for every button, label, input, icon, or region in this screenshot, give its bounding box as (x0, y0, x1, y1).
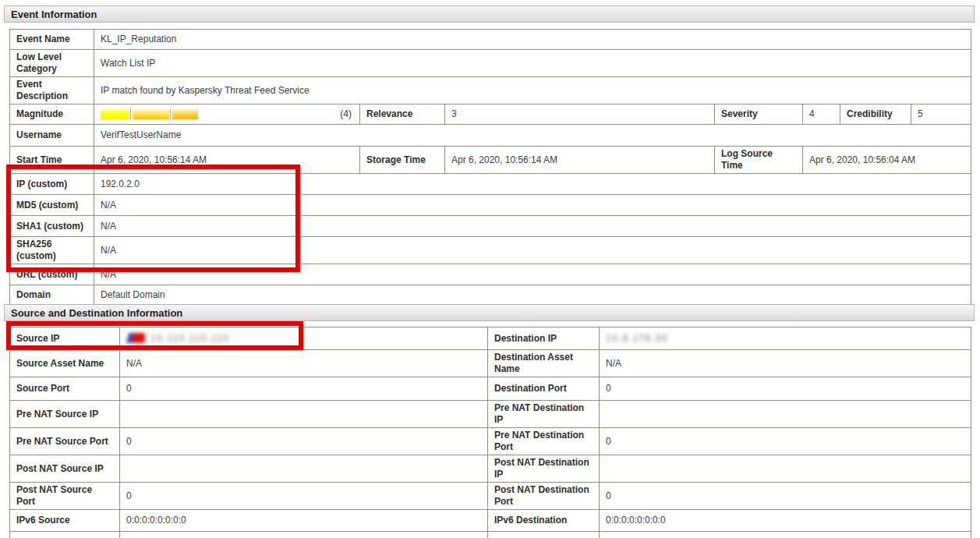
table-row: SHA256 (custom) N/A (10, 237, 971, 264)
source-ip-label: Source IP (10, 327, 120, 350)
source-port-value: 0 (120, 377, 488, 401)
domain-value: Default Domain (94, 285, 971, 306)
storage-time-value: Apr 6, 2020, 10:56:14 AM (445, 147, 715, 174)
username-value: VerifTestUserName (94, 125, 971, 147)
pre-nat-source-port-value: 0 (120, 428, 488, 455)
pre-nat-source-ip-value (120, 401, 488, 428)
event-description-label: Event Description (10, 77, 94, 104)
destination-ip-value: 10.8.178.30 (600, 327, 971, 350)
username-label: Username (10, 125, 94, 147)
magnitude-bar-separator (130, 108, 131, 120)
ip-custom-value: 192.0.2.0 (94, 174, 971, 195)
post-nat-source-port-value: 0 (120, 483, 488, 510)
destination-mac-value: 00:00:00:00:00:00 (600, 532, 971, 538)
event-information-table: Event Name KL_IP_Reputation Low Level Ca… (9, 29, 971, 306)
sha256-custom-value: N/A (94, 237, 971, 264)
source-ip-row: Source IP 10.110.110.110 Destination IP … (10, 327, 971, 350)
magnitude-bar-segment (101, 109, 129, 119)
post-nat-source-ip-value (120, 455, 488, 483)
magnitude-row: Magnitude (4) Relevance 3 Severity 4 Cre… (10, 104, 971, 125)
magnitude-cell: (4) (94, 104, 360, 125)
start-time-value: Apr 6, 2020, 10:56:14 AM (94, 147, 360, 174)
source-destination-table: Source IP 10.110.110.110 Destination IP … (9, 327, 971, 538)
sha1-custom-label: SHA1 (custom) (10, 216, 94, 237)
pre-nat-port-row: Pre NAT Source Port 0 Pre NAT Destinatio… (10, 428, 971, 455)
url-custom-label: URL (custom) (10, 264, 94, 285)
md5-custom-value: N/A (94, 195, 971, 216)
pre-nat-source-port-label: Pre NAT Source Port (10, 428, 120, 455)
source-destination-header: Source and Destination Information (4, 304, 975, 321)
destination-asset-name-value: N/A (600, 350, 971, 377)
table-row: Domain Default Domain (10, 285, 971, 306)
table-row: MD5 (custom) N/A (10, 195, 971, 216)
event-information-header: Event Information (4, 5, 975, 23)
severity-label: Severity (715, 104, 803, 125)
sha256-custom-label: SHA256 (custom) (10, 237, 94, 264)
event-name-value: KL_IP_Reputation (94, 30, 971, 50)
asset-name-row: Source Asset Name N/A Destination Asset … (10, 350, 971, 377)
event-information-title: Event Information (11, 9, 97, 20)
port-row: Source Port 0 Destination Port 0 (10, 377, 971, 401)
ipv6-destination-value: 0:0:0:0:0:0:0:0 (600, 510, 971, 532)
destination-asset-name-label: Destination Asset Name (488, 350, 600, 377)
ip-custom-label: IP (custom) (10, 174, 94, 195)
pre-nat-ip-row: Pre NAT Source IP Pre NAT Destination IP (10, 401, 971, 428)
low-level-category-value: Watch List IP (94, 50, 971, 77)
post-nat-ip-row: Post NAT Source IP Post NAT Destination … (10, 455, 971, 483)
destination-mac-label: Destination MAC (488, 532, 600, 538)
log-source-time-label: Log Source Time (715, 147, 803, 174)
post-nat-destination-ip-label: Post NAT Destination IP (488, 455, 600, 483)
post-nat-source-ip-label: Post NAT Source IP (10, 455, 120, 483)
md5-custom-label: MD5 (custom) (10, 195, 94, 216)
storage-time-label: Storage Time (360, 147, 445, 174)
magnitude-bar-separator (170, 108, 171, 120)
source-ip-redacted-text: 10.110.110.110 (150, 333, 230, 344)
source-asset-name-label: Source Asset Name (10, 350, 120, 377)
table-row: Low Level Category Watch List IP (10, 50, 971, 77)
table-row: Username VerifTestUserName (10, 125, 971, 147)
table-row: URL (custom) N/A (10, 264, 971, 285)
ipv6-row: IPv6 Source 0:0:0:0:0:0:0:0 IPv6 Destina… (10, 510, 971, 532)
post-nat-destination-port-value: 0 (600, 483, 971, 510)
source-asset-name-value: N/A (120, 350, 488, 377)
relevance-value: 3 (445, 104, 715, 125)
magnitude-bar (101, 108, 198, 120)
source-mac-label: Source MAC (10, 532, 120, 538)
magnitude-bar-segment (172, 109, 198, 119)
destination-ip-redacted-text: 10.8.178.30 (606, 333, 668, 344)
event-name-label: Event Name (10, 30, 94, 50)
table-row: Event Description IP match found by Kasp… (10, 77, 971, 104)
pre-nat-destination-ip-value (600, 401, 971, 428)
mac-row: Source MAC 00:00:00:00:00:00 Destination… (10, 532, 971, 538)
destination-port-label: Destination Port (488, 377, 600, 401)
source-destination-title: Source and Destination Information (11, 307, 182, 319)
magnitude-value: (4) (340, 108, 353, 120)
ipv6-source-value: 0:0:0:0:0:0:0:0 (120, 510, 488, 532)
pre-nat-destination-ip-label: Pre NAT Destination IP (488, 401, 600, 428)
relevance-label: Relevance (360, 104, 445, 125)
url-custom-value: N/A (94, 264, 971, 285)
event-details-page: { "colors": { "highlight_red": "#e60000"… (0, 0, 980, 538)
low-level-category-label: Low Level Category (10, 50, 94, 77)
event-description-value: IP match found by Kaspersky Threat Feed … (94, 77, 971, 104)
ipv6-destination-label: IPv6 Destination (488, 510, 600, 532)
pre-nat-destination-port-label: Pre NAT Destination Port (488, 428, 600, 455)
destination-ip-label: Destination IP (488, 327, 600, 350)
source-flag-icon (126, 333, 145, 343)
destination-port-value: 0 (600, 377, 971, 401)
post-nat-port-row: Post NAT Source Port 0 Post NAT Destinat… (10, 483, 971, 510)
pre-nat-source-ip-label: Pre NAT Source IP (10, 401, 120, 428)
start-time-label: Start Time (10, 147, 94, 174)
domain-label: Domain (10, 285, 94, 306)
post-nat-source-port-label: Post NAT Source Port (10, 483, 120, 510)
credibility-value: 5 (911, 104, 971, 125)
ipv6-source-label: IPv6 Source (10, 510, 120, 532)
source-port-label: Source Port (10, 377, 120, 401)
pre-nat-destination-port-value: 0 (600, 428, 971, 455)
table-row: Event Name KL_IP_Reputation (10, 30, 971, 50)
credibility-label: Credibility (840, 104, 911, 125)
log-source-time-value: Apr 6, 2020, 10:56:04 AM (803, 147, 971, 174)
post-nat-destination-ip-value (600, 455, 971, 483)
time-row: Start Time Apr 6, 2020, 10:56:14 AM Stor… (10, 147, 971, 174)
table-row: SHA1 (custom) N/A (10, 216, 971, 237)
